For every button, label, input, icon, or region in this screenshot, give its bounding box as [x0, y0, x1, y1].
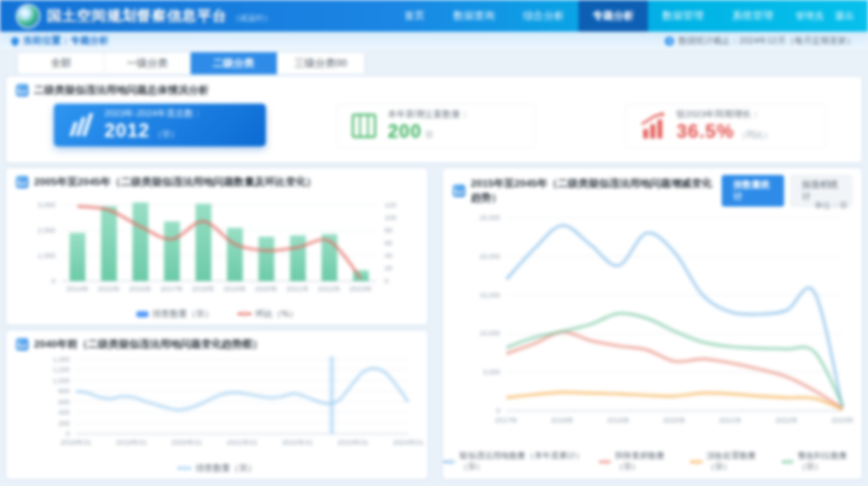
svg-text:2021年: 2021年 — [286, 285, 309, 293]
svg-text:80: 80 — [385, 226, 392, 234]
chart-legend: 疑似违法用地数量（本年度累计）（宗）拆除复耕数量（宗）没收处置数量（宗）整改到位… — [443, 450, 862, 473]
svg-text:10,000: 10,000 — [479, 329, 500, 337]
svg-text:2023年01: 2023年01 — [337, 439, 368, 446]
stat-unit: 宗 — [425, 130, 434, 139]
svg-text:2023年: 2023年 — [350, 285, 373, 293]
svg-text:400: 400 — [59, 408, 70, 416]
breadcrumb-text: 当前位置：专题分析 — [23, 34, 108, 47]
svg-text:1,200: 1,200 — [53, 366, 70, 374]
app-logo-icon — [17, 6, 39, 27]
legend-label: 整改到位数量（宗） — [798, 450, 862, 473]
nav-logout-button[interactable]: 退出 — [835, 9, 854, 23]
svg-text:0: 0 — [51, 277, 55, 285]
category-tabs: 全部一级分类二级分类三级分类00 — [17, 52, 365, 74]
svg-text:2019年01: 2019年01 — [116, 439, 146, 446]
svg-text:20: 20 — [385, 264, 392, 272]
sub-header: 当前位置：专题分析 i 数据统计截止：2024年12月（每月定期更新） — [0, 32, 868, 50]
main-nav: 首页数据查询综合分析专题分析数据管理系统管理 — [390, 0, 787, 32]
svg-text:120: 120 — [385, 201, 396, 209]
notice-text: 数据统计截止：2024年12月（每月定期更新） — [678, 35, 855, 47]
bar-line-chart-canvas[interactable]: 3,0002,0001,00001201008060402002014年2015… — [6, 189, 427, 302]
multiline-chart-panel: 2015年至2045年（二级类疑似违法用地问题增减变化趋势） 按数量统计按面积统… — [443, 169, 862, 479]
bar-line-chart-panel: 2005年至2045年（二级类疑似违法用地问题数量及环比变化） 3,0002,0… — [6, 169, 427, 325]
legend-item[interactable]: 排查数量（宗） — [136, 308, 214, 320]
legend-marker-icon — [599, 461, 611, 463]
legend-label: 疑似违法用地数量（本年度累计）（宗） — [459, 450, 587, 473]
panelB-title: 2040年前（二级类疑似违法用地问题变化趋势图） — [34, 337, 263, 351]
legend-marker-icon — [177, 467, 191, 469]
legend-marker-icon — [690, 461, 702, 463]
legend-marker-icon — [443, 461, 455, 463]
legend-item[interactable]: 排查数量（宗） — [177, 462, 256, 474]
svg-text:2015年: 2015年 — [97, 285, 120, 293]
nav-item-首页[interactable]: 首页 — [390, 0, 439, 32]
svg-text:2016年: 2016年 — [129, 285, 152, 293]
legend-label: 拆除复耕数量（宗） — [615, 450, 679, 473]
svg-text:2018年01: 2018年01 — [60, 439, 91, 446]
svg-text:5,000: 5,000 — [483, 368, 501, 376]
legend-item[interactable]: 整改到位数量（宗） — [782, 450, 862, 473]
legend-item[interactable]: 拆除复耕数量（宗） — [599, 450, 679, 473]
multiline-chart-canvas[interactable]: 25,00020,00015,00010,0005,00002017年2018年… — [443, 196, 862, 453]
svg-text:2023年: 2023年 — [831, 416, 854, 424]
svg-text:1,400: 1,400 — [53, 355, 70, 363]
svg-text:0: 0 — [385, 277, 389, 285]
stat-value: 200 — [388, 120, 422, 142]
stat-card-new: 本年新增立案数量： 200宗 — [336, 104, 536, 148]
svg-text:60: 60 — [385, 239, 392, 247]
legend-item[interactable]: 疑似违法用地数量（本年度累计）（宗） — [443, 450, 588, 473]
svg-text:2022年: 2022年 — [775, 416, 798, 424]
trend-line-chart-panel: 2040年前（二级类疑似违法用地问题变化趋势图） 1,4001,2001,000… — [6, 331, 427, 479]
section-chart-icon — [16, 176, 28, 188]
svg-text:2018年: 2018年 — [192, 285, 215, 293]
tab-三级分类00[interactable]: 三级分类00 — [277, 52, 365, 74]
svg-text:2,000: 2,000 — [37, 226, 55, 234]
stat-value: 36.5% — [677, 120, 734, 142]
panelA-title: 2005年至2045年（二级类疑似违法用地问题数量及环比变化） — [34, 175, 316, 189]
svg-text:2019年: 2019年 — [607, 416, 630, 424]
svg-text:20,000: 20,000 — [479, 252, 500, 260]
nav-item-系统管理[interactable]: 系统管理 — [718, 0, 787, 32]
nav-item-专题分析[interactable]: 专题分析 — [578, 0, 648, 32]
svg-text:15,000: 15,000 — [479, 291, 500, 299]
stat-label: 较2023年同期增长： — [677, 108, 772, 120]
legend-item[interactable]: 没收处置数量（宗） — [690, 450, 770, 473]
tab-全部[interactable]: 全部 — [17, 52, 104, 74]
data-notice: i 数据统计截止：2024年12月（每月定期更新） — [665, 35, 855, 47]
nav-item-数据管理[interactable]: 数据管理 — [648, 0, 718, 32]
svg-text:40: 40 — [385, 252, 392, 260]
stat-unit: （同比） — [737, 130, 772, 139]
svg-text:100: 100 — [385, 214, 396, 222]
tab-一级分类[interactable]: 一级分类 — [104, 52, 191, 74]
tab-二级分类[interactable]: 二级分类 — [191, 52, 277, 74]
svg-text:3,000: 3,000 — [37, 201, 55, 209]
svg-text:2020年: 2020年 — [663, 416, 686, 424]
nav-item-综合分析[interactable]: 综合分析 — [509, 0, 578, 32]
pencil-bars-icon — [65, 111, 97, 139]
legend-label: 环比（%） — [256, 308, 298, 320]
svg-text:1,000: 1,000 — [53, 377, 70, 385]
legend-marker-icon — [136, 311, 149, 317]
overview-title: 二级类疑似违法用地问题总体情况分析 — [34, 83, 209, 97]
svg-text:2014年: 2014年 — [66, 285, 89, 293]
chart-legend: 排查数量（宗）环比（%） — [6, 308, 427, 320]
svg-text:600: 600 — [59, 398, 70, 406]
dashboard-page: 国土空间规划督察信息平台 （试运行） 首页数据查询综合分析专题分析数据管理系统管… — [0, 0, 868, 486]
nav-user-area: 管理员 退出 — [787, 9, 868, 23]
svg-text:1,000: 1,000 — [37, 252, 55, 260]
nav-username[interactable]: 管理员 — [795, 9, 824, 23]
svg-text:2019年: 2019年 — [223, 285, 246, 293]
stat-label: 2023年-2024年度总数： — [104, 108, 203, 119]
svg-text:0: 0 — [496, 407, 500, 415]
svg-text:25,000: 25,000 — [479, 214, 500, 222]
legend-item[interactable]: 环比（%） — [237, 308, 298, 320]
svg-text:2024年01: 2024年01 — [392, 439, 423, 446]
growth-chart-icon — [637, 112, 669, 140]
trend-line-chart-canvas[interactable]: 1,4001,2001,00080060040020002018年012019年… — [6, 351, 427, 458]
nav-item-数据查询[interactable]: 数据查询 — [439, 0, 509, 32]
stat-unit: （宗） — [153, 129, 179, 139]
overview-panel: 二级类疑似违法用地问题总体情况分析 2023年-2024年度总数： 2012（宗… — [6, 77, 862, 162]
legend-label: 排查数量（宗） — [195, 462, 256, 474]
top-navbar: 国土空间规划督察信息平台 （试运行） 首页数据查询综合分析专题分析数据管理系统管… — [0, 0, 868, 32]
svg-text:2017年: 2017年 — [161, 285, 184, 293]
